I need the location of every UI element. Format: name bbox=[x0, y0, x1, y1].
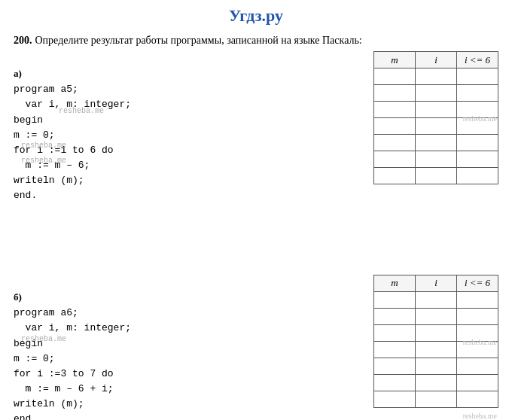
table-row bbox=[374, 308, 498, 324]
code-line-4-a: m := 0; bbox=[14, 129, 55, 141]
code-block-a: а) program a5; var i, m: integer; begin … bbox=[14, 51, 209, 264]
table-row bbox=[374, 341, 498, 358]
table-row bbox=[374, 68, 498, 85]
code-line-5-b: for i :=3 to 7 do bbox=[14, 368, 114, 379]
col-header-cond-b: i <= 6 bbox=[457, 275, 498, 291]
sub-label-a: а) bbox=[14, 68, 22, 79]
code-line-6-b: m := m – 6 + i; bbox=[14, 383, 114, 394]
sub-label-b: б) bbox=[14, 291, 22, 303]
problem-number: 200. bbox=[14, 35, 32, 47]
table-wrapper-a: m i i <= 6 resheba.me bbox=[217, 51, 498, 184]
col-header-m-a: m bbox=[374, 52, 416, 68]
table-wrapper-b: m i i <= 6 resheba.me resheba.me bbox=[217, 275, 498, 408]
trace-table-a: m i i <= 6 bbox=[373, 51, 498, 184]
code-line-8-b: end. bbox=[14, 413, 37, 420]
code-line-5-a: for i :=1 to 6 do bbox=[14, 145, 114, 156]
problem-text: Определите результат работы программы, з… bbox=[35, 35, 362, 47]
code-line-8-a: end. bbox=[14, 190, 37, 201]
code-line-2-a: var i, m: integer; bbox=[14, 99, 131, 110]
table-row bbox=[374, 151, 498, 168]
code-line-6-a: m := m – 6; bbox=[14, 160, 90, 171]
watermark-in-table-b2: resheba.me bbox=[463, 412, 497, 420]
sub-problem-a: а) program a5; var i, m: integer; begin … bbox=[14, 51, 498, 264]
table-row bbox=[374, 324, 498, 341]
table-row bbox=[374, 118, 498, 135]
col-header-i-b: i bbox=[416, 275, 457, 291]
code-line-3-a: begin bbox=[14, 114, 43, 126]
code-line-3-b: begin bbox=[14, 338, 43, 349]
code-block-b: б) program a6; var i, m: integer; begin … bbox=[14, 275, 209, 420]
col-header-i-a: i bbox=[416, 52, 457, 68]
table-row bbox=[374, 168, 498, 184]
code-line-7-b: writeln (m); bbox=[14, 398, 84, 409]
col-header-m-b: m bbox=[374, 275, 416, 291]
table-row bbox=[374, 391, 498, 407]
problem-header: 200. Определите результат работы програм… bbox=[14, 35, 498, 47]
table-row bbox=[374, 358, 498, 374]
code-line-2-b: var i, m: integer; bbox=[14, 322, 131, 333]
code-line-1-a: program a5; bbox=[14, 84, 78, 95]
code-line-4-b: m := 0; bbox=[14, 353, 55, 364]
table-row bbox=[374, 102, 498, 118]
table-row bbox=[374, 291, 498, 308]
table-row bbox=[374, 85, 498, 102]
trace-table-b: m i i <= 6 bbox=[373, 275, 498, 408]
code-line-1-b: program a6; bbox=[14, 307, 78, 318]
table-row bbox=[374, 135, 498, 151]
main-content: 200. Определите результат работы програм… bbox=[0, 29, 512, 420]
code-line-7-a: writeln (m); bbox=[14, 175, 84, 186]
site-header: Угдз.ру bbox=[0, 0, 512, 29]
sub-problem-b: б) program a6; var i, m: integer; begin … bbox=[14, 275, 498, 420]
col-header-cond-a: i <= 6 bbox=[457, 52, 498, 68]
table-row bbox=[374, 374, 498, 391]
